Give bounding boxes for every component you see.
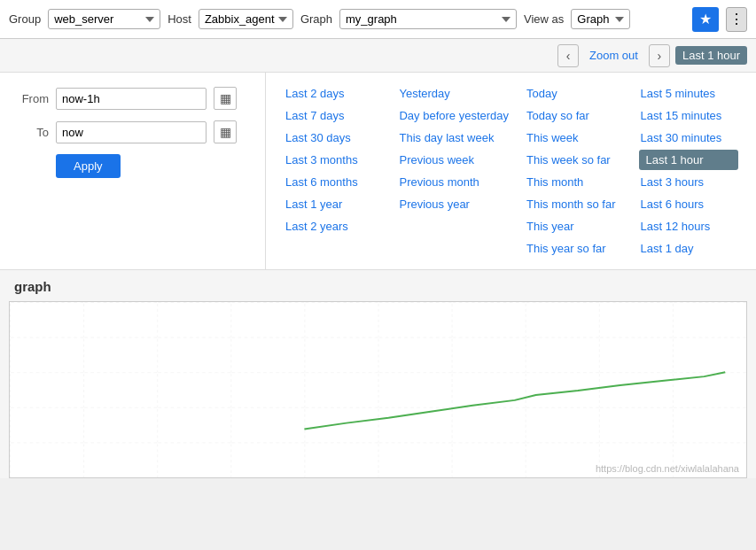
star-icon: ★ [699,11,712,27]
quick-link[interactable]: Previous month [397,172,510,192]
quick-link[interactable]: This week [525,128,624,148]
to-label: To [18,126,49,139]
left-panel: From ▦ To ▦ Apply [0,73,266,269]
next-arrow-icon: › [658,49,662,63]
quick-link[interactable]: Today so far [525,105,624,126]
host-select[interactable]: Zabbix_agentlocalhostremote_host [199,9,293,29]
to-input[interactable] [56,121,207,143]
graph-container: https://blog.cdn.net/xiwlalalahana [9,301,747,478]
viewas-select[interactable]: GraphValuesTable [571,9,630,29]
zoom-bar: ‹ Zoom out › Last 1 hour [0,39,756,73]
zoom-next-button[interactable]: › [649,44,670,67]
toolbar: Group web_serverLinux serversWindows ser… [0,0,756,39]
quick-link[interactable]: Last 12 hours [639,216,738,236]
group-select[interactable]: web_serverLinux serversWindows servers [48,9,160,29]
main-content: From ▦ To ▦ Apply Last 2 daysLast 7 days… [0,73,756,269]
graph-area: graph https://blog.cdn.net/xiwlalalahana [0,269,756,478]
quick-link[interactable]: Last 1 day [639,238,738,259]
quick-link[interactable]: This year so far [525,238,624,259]
from-calendar-button[interactable]: ▦ [214,87,237,110]
zoom-out-button[interactable]: Zoom out [584,49,643,62]
quick-link[interactable]: Last 15 minutes [639,105,738,126]
graph-svg [10,302,746,477]
quick-link[interactable]: Last 3 hours [639,172,738,192]
quick-link[interactable]: Yesterday [397,83,510,104]
quick-link[interactable]: Last 5 minutes [639,83,738,104]
quick-links-col1: Last 2 daysLast 7 daysLast 30 daysLast 3… [277,80,390,262]
more-button[interactable]: ⋮ [726,7,747,32]
apply-button[interactable]: Apply [56,154,121,178]
prev-arrow-icon: ‹ [566,49,571,63]
svg-rect-0 [10,302,746,477]
to-calendar-button[interactable]: ▦ [214,120,237,143]
viewas-label: View as [524,12,564,26]
quick-links-col3: TodayToday so farThis weekThis week so f… [518,80,631,262]
quick-link[interactable]: Last 1 hour [639,150,738,170]
calendar-icon-2: ▦ [220,125,231,139]
quick-link[interactable]: Last 30 days [284,128,383,148]
quick-link[interactable]: Last 1 year [284,194,383,214]
host-label: Host [168,12,191,26]
calendar-icon: ▦ [220,91,231,105]
graph-watermark: https://blog.cdn.net/xiwlalalahana [596,463,739,474]
quick-links-col2: YesterdayDay before yesterdayThis day la… [390,80,518,262]
favorite-button[interactable]: ★ [692,7,719,32]
quick-link[interactable]: Last 6 months [284,172,383,192]
quick-link[interactable]: Last 3 months [284,150,383,170]
quick-link[interactable]: This week so far [525,150,624,170]
quick-link[interactable]: This month so far [525,194,624,214]
graph-label: Graph [300,12,332,26]
from-input[interactable] [56,88,207,110]
graph-select[interactable]: my_graphCPU loadMemory usage [339,9,517,29]
quick-links-col4: Last 5 minutesLast 15 minutesLast 30 min… [632,80,745,262]
quick-link[interactable]: Last 7 days [284,105,383,126]
quick-link[interactable]: This day last week [397,128,510,148]
quick-link[interactable]: Last 6 hours [639,194,738,214]
to-row: To ▦ [18,120,247,143]
quick-link[interactable]: This month [525,172,624,192]
from-row: From ▦ [18,87,247,110]
from-label: From [18,92,49,105]
quick-link[interactable]: Today [525,83,624,104]
more-icon: ⋮ [729,11,744,27]
quick-link[interactable]: This year [525,216,624,236]
quick-links-panel: Last 2 daysLast 7 daysLast 30 daysLast 3… [266,73,756,269]
quick-link[interactable]: Last 2 days [284,83,383,104]
graph-title: graph [0,279,756,301]
group-label: Group [9,12,41,26]
quick-link[interactable]: Day before yesterday [397,105,510,126]
zoom-prev-button[interactable]: ‹ [557,44,579,67]
quick-link[interactable]: Previous year [397,194,510,214]
active-zoom-label: Last 1 hour [675,46,747,65]
quick-link[interactable]: Last 2 years [284,216,383,236]
quick-link[interactable]: Last 30 minutes [639,128,738,148]
quick-link[interactable]: Previous week [397,150,510,170]
